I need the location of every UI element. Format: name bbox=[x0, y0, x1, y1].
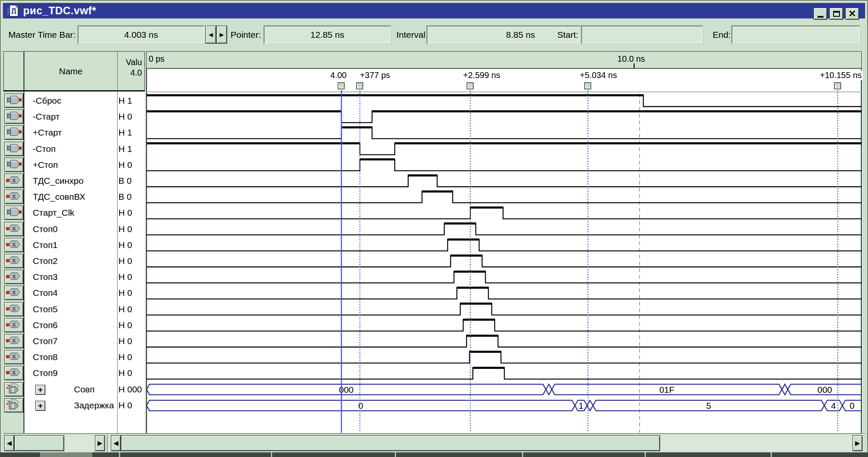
signal-value--Сброс: H 1 bbox=[118, 96, 144, 106]
signal-type-comb-node-cell[interactable]: c bbox=[4, 334, 24, 348]
arrow-right-icon: ▶ bbox=[97, 439, 102, 447]
master-time-bar-prev-button[interactable]: ◀ bbox=[205, 26, 216, 44]
end-field[interactable] bbox=[732, 26, 860, 44]
signal-value-+Стоп: H 0 bbox=[118, 160, 144, 170]
signal-name-Совп[interactable]: Совп bbox=[24, 384, 117, 394]
signal-name-ТДС_совпВХ[interactable]: ТДС_совпВХ bbox=[24, 192, 117, 202]
name-panel-hscrollbar-thumb[interactable] bbox=[14, 435, 64, 451]
signal-name-Стоп6[interactable]: Стоп6 bbox=[24, 320, 117, 330]
master-time-bar-next-button[interactable]: ▶ bbox=[216, 26, 227, 44]
master-time-bar-label: Master Time Bar: bbox=[8, 30, 76, 40]
signal-value-Стоп4: H 0 bbox=[118, 288, 144, 298]
svg-text:c: c bbox=[13, 193, 16, 199]
wave-scroll-left-button[interactable]: ◀ bbox=[111, 435, 121, 451]
signal-type-comb-node-cell[interactable]: c bbox=[4, 350, 24, 364]
input-pin-icon bbox=[5, 110, 22, 123]
signal-type-comb-node-cell[interactable]: c bbox=[4, 174, 24, 188]
svg-text:c: c bbox=[13, 241, 16, 248]
signal-value-Стоп3: H 0 bbox=[118, 272, 144, 282]
wave-scroll-right-button[interactable]: ▶ bbox=[852, 435, 863, 451]
time-marker-label: +10.155 ns bbox=[819, 71, 863, 80]
signal-type-comb-node-cell[interactable]: c bbox=[4, 270, 24, 284]
signal-type-comb-node-cell[interactable]: c bbox=[4, 254, 24, 268]
signal-name--Старт[interactable]: -Старт bbox=[24, 112, 117, 122]
pointer-label: Pointer: bbox=[231, 30, 261, 40]
arrow-right-icon: ▶ bbox=[220, 31, 224, 38]
time-marker-label: +377 ps bbox=[359, 71, 391, 80]
name-panel-scroll-right-button[interactable]: ▶ bbox=[95, 435, 105, 451]
signal-name-Старт_Clk[interactable]: Старт_Clk bbox=[24, 208, 117, 218]
input-pin-icon bbox=[5, 126, 22, 139]
signal-value-ТДС_совпВХ: B 0 bbox=[118, 192, 144, 202]
signal-name-Стоп8[interactable]: Стоп8 bbox=[24, 352, 117, 362]
input-pin-icon bbox=[5, 158, 22, 172]
comb-node-icon: c bbox=[5, 334, 22, 348]
signal-name-Стоп5[interactable]: Стоп5 bbox=[24, 304, 117, 314]
start-field[interactable] bbox=[581, 26, 703, 44]
maximize-button[interactable] bbox=[829, 8, 843, 20]
signal-name-ТДС_синхро[interactable]: ТДС_синхро bbox=[24, 176, 117, 186]
start-label: Start: bbox=[557, 30, 578, 40]
signal-name-Стоп0[interactable]: Стоп0 bbox=[24, 224, 117, 234]
signal-name-Стоп9[interactable]: Стоп9 bbox=[24, 368, 117, 378]
signal-name-Стоп1[interactable]: Стоп1 bbox=[24, 240, 117, 250]
signal-value-Стоп7: H 0 bbox=[118, 336, 144, 346]
name-panel-scroll-left-button[interactable]: ◀ bbox=[4, 435, 14, 451]
comb-node-icon: c bbox=[5, 174, 22, 188]
time-ruler[interactable] bbox=[146, 51, 862, 69]
signal-type-input-pin-cell[interactable] bbox=[4, 206, 24, 220]
signal-name-Задержка[interactable]: Задержка bbox=[24, 400, 117, 410]
signal-type-comb-node-cell[interactable]: c bbox=[4, 190, 24, 204]
comb-node-icon: c bbox=[5, 254, 22, 268]
close-button[interactable]: ✕ bbox=[845, 8, 859, 20]
wave-hscrollbar-thumb[interactable] bbox=[121, 435, 660, 451]
signal-type-bus-output-cell[interactable]: 0 bbox=[4, 398, 24, 413]
panel-splitter[interactable] bbox=[107, 434, 110, 452]
arrow-left-icon: ◀ bbox=[209, 31, 213, 38]
signal-type-comb-node-cell[interactable]: c bbox=[4, 302, 24, 316]
signal-name-+Стоп[interactable]: +Стоп bbox=[24, 160, 117, 170]
signal-type-comb-node-cell[interactable]: c bbox=[4, 366, 24, 380]
bus-output-icon: 0 bbox=[5, 399, 22, 412]
signal-type-input-pin-cell[interactable] bbox=[4, 142, 24, 156]
ruler-origin-label: 0 ps bbox=[149, 54, 165, 64]
signal-name-+Старт[interactable]: +Старт bbox=[24, 128, 117, 138]
signal-value-Стоп6: H 0 bbox=[118, 320, 144, 330]
signal-value--Старт: H 0 bbox=[118, 112, 144, 122]
title-bar[interactable]: рис_TDC.vwf* ✕ bbox=[3, 3, 865, 18]
svg-text:c: c bbox=[13, 257, 16, 264]
signal-type-comb-node-cell[interactable]: c bbox=[4, 238, 24, 252]
scrollbar-separator bbox=[3, 433, 865, 434]
signal-type-bus-output-cell[interactable]: 0 bbox=[4, 382, 24, 397]
svg-text:c: c bbox=[13, 177, 16, 183]
comb-node-icon: c bbox=[5, 366, 22, 380]
minimize-button[interactable] bbox=[813, 8, 827, 20]
signal-name-Стоп3[interactable]: Стоп3 bbox=[24, 272, 117, 282]
waveform-area[interactable] bbox=[146, 69, 862, 433]
signal-name-Стоп7[interactable]: Стоп7 bbox=[24, 336, 117, 346]
signal-value-+Старт: H 1 bbox=[118, 128, 144, 138]
signal-type-input-pin-cell[interactable] bbox=[4, 110, 24, 124]
signal-type-comb-node-cell[interactable]: c bbox=[4, 286, 24, 300]
signal-type-comb-node-cell[interactable]: c bbox=[4, 222, 24, 236]
signal-type-input-pin-cell[interactable] bbox=[4, 125, 24, 140]
master-time-bar-field[interactable]: 4.003 ns bbox=[78, 26, 205, 44]
signal-type-comb-node-cell[interactable]: c bbox=[4, 318, 24, 332]
signal-name-Стоп2[interactable]: Стоп2 bbox=[24, 256, 117, 266]
signal-name-Стоп4[interactable]: Стоп4 bbox=[24, 288, 117, 298]
signal-name--Стоп[interactable]: -Стоп bbox=[24, 144, 117, 154]
document-icon bbox=[7, 4, 20, 18]
svg-text:c: c bbox=[13, 289, 16, 295]
master-time-bar-label-tag: 4.00 bbox=[330, 71, 348, 80]
interval-label: Interval: bbox=[396, 30, 428, 40]
bus-output-icon: 0 bbox=[5, 383, 22, 396]
svg-text:c: c bbox=[13, 225, 16, 232]
comb-node-icon: c bbox=[5, 319, 22, 332]
column-divider[interactable] bbox=[117, 52, 118, 433]
signal-name--Сброс[interactable]: -Сброс bbox=[24, 96, 117, 106]
pointer-field: 12.85 ns bbox=[264, 26, 391, 44]
arrow-left-icon: ◀ bbox=[7, 439, 12, 447]
signal-type-input-pin-cell[interactable] bbox=[4, 94, 24, 108]
signal-value-Стоп0: H 0 bbox=[118, 224, 144, 234]
signal-type-input-pin-cell[interactable] bbox=[4, 158, 24, 172]
